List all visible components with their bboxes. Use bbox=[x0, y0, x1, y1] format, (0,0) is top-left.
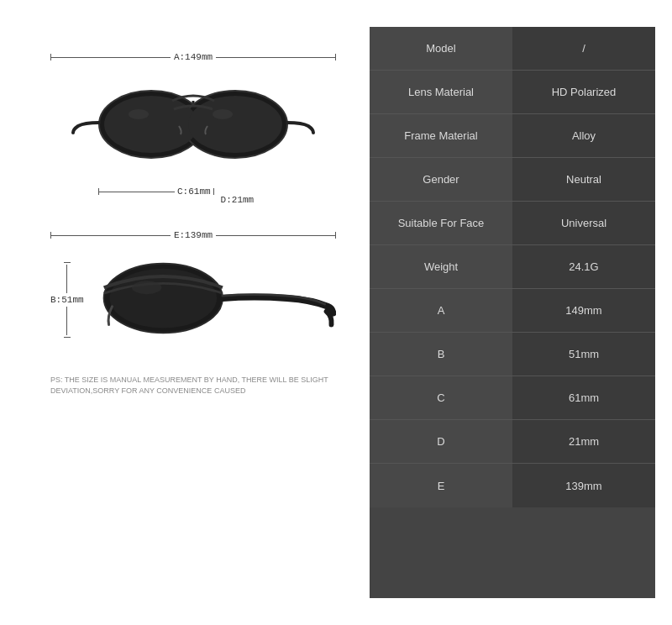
svg-point-6 bbox=[213, 109, 233, 119]
spec-row-6: A149mm bbox=[370, 289, 655, 333]
main-container: A:149mm bbox=[17, 27, 655, 598]
svg-point-3 bbox=[104, 96, 198, 153]
c-tick-right bbox=[213, 188, 214, 195]
b-tick-top bbox=[64, 262, 71, 263]
spec-value-0: / bbox=[512, 27, 655, 70]
spec-row-8: C61mm bbox=[370, 376, 655, 420]
spec-value-2: Alloy bbox=[512, 114, 655, 157]
glasses-side-view bbox=[89, 245, 336, 355]
anno-line-e1 bbox=[51, 235, 171, 236]
spec-label-8: C bbox=[370, 376, 512, 419]
spec-label-3: Gender bbox=[370, 158, 512, 201]
spec-label-5: Weight bbox=[370, 245, 512, 288]
spec-value-6: 149mm bbox=[512, 289, 655, 332]
spec-row-10: E139mm bbox=[370, 464, 655, 507]
spec-label-4: Suitable For Face bbox=[370, 202, 512, 244]
c-line bbox=[99, 192, 175, 192]
spec-row-3: GenderNeutral bbox=[370, 158, 655, 202]
dimension-a-annotation: A:149mm bbox=[50, 52, 336, 62]
b-tick-bottom bbox=[64, 337, 71, 338]
anno-line-a2 bbox=[216, 57, 335, 58]
anno-line-e2 bbox=[216, 235, 335, 236]
spec-row-5: Weight24.1G bbox=[370, 245, 655, 289]
spec-label-9: D bbox=[370, 420, 512, 463]
spec-label-10: E bbox=[370, 464, 512, 507]
ps-note: PS: THE SIZE IS MANUAL MEASUREMENT BY HA… bbox=[42, 375, 344, 396]
svg-point-5 bbox=[129, 109, 149, 119]
glasses-top-view bbox=[71, 66, 315, 183]
specs-table: Model/Lens MaterialHD PolarizedFrame Mat… bbox=[370, 27, 655, 598]
spec-row-4: Suitable For FaceUniversal bbox=[370, 202, 655, 245]
spec-value-5: 24.1G bbox=[512, 245, 655, 288]
dimension-c-label: C:61mm bbox=[175, 186, 213, 197]
tick-right bbox=[335, 54, 336, 60]
dimension-d-label: D:21mm bbox=[221, 195, 255, 205]
dimension-e-annotation: E:139mm bbox=[50, 230, 336, 240]
side-view-container: B:51mm bbox=[50, 242, 336, 358]
spec-value-8: 61mm bbox=[512, 376, 655, 419]
side-diagram: E:139mm B:51mm bbox=[50, 230, 336, 358]
dimension-b-label: B:51mm bbox=[50, 295, 84, 305]
spec-label-0: Model bbox=[370, 27, 512, 70]
spec-row-1: Lens MaterialHD Polarized bbox=[370, 71, 655, 114]
bottom-anno: C:61mm D:21mm bbox=[71, 186, 315, 205]
left-panel: A:149mm bbox=[17, 27, 370, 598]
dimension-a-label: A:149mm bbox=[171, 52, 216, 62]
spec-label-1: Lens Material bbox=[370, 71, 512, 113]
spec-value-10: 139mm bbox=[512, 464, 655, 507]
top-diagram: A:149mm bbox=[50, 52, 336, 205]
svg-point-4 bbox=[188, 96, 282, 153]
anno-line-a bbox=[51, 57, 171, 58]
svg-point-9 bbox=[132, 281, 161, 294]
spec-value-9: 21mm bbox=[512, 420, 655, 463]
spec-label-6: A bbox=[370, 289, 512, 332]
spec-row-9: D21mm bbox=[370, 420, 655, 464]
spec-row-2: Frame MaterialAlloy bbox=[370, 114, 655, 158]
spec-label-2: Frame Material bbox=[370, 114, 512, 157]
spec-row-7: B51mm bbox=[370, 333, 655, 376]
dimension-e-label: E:139mm bbox=[171, 230, 216, 240]
spec-label-7: B bbox=[370, 333, 512, 376]
b-vline bbox=[66, 265, 67, 293]
e-tick-right bbox=[335, 232, 336, 239]
spec-row-0: Model/ bbox=[370, 27, 655, 71]
spec-value-3: Neutral bbox=[512, 158, 655, 201]
b-vline2 bbox=[66, 307, 67, 335]
spec-value-7: 51mm bbox=[512, 333, 655, 376]
spec-value-4: Universal bbox=[512, 202, 655, 244]
spec-value-1: HD Polarized bbox=[512, 71, 655, 113]
dimension-b-annotation: B:51mm bbox=[50, 262, 84, 338]
